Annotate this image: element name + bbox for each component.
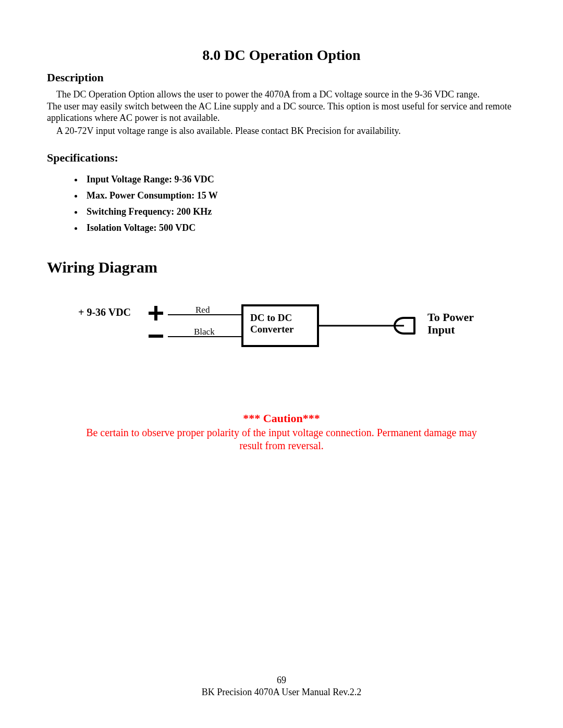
- spec-item: Input Voltage Range: 9-36 VDC: [83, 174, 516, 185]
- specifications-heading: Specifications:: [47, 151, 516, 165]
- description-para1: The DC Operation Option allows the user …: [47, 89, 516, 101]
- page-footer: 69 BK Precision 4070A User Manual Rev.2.…: [0, 674, 563, 698]
- wiring-diagram: + 9-36 VDC Red Black DC to DC Converter: [47, 292, 516, 370]
- page-title: 8.0 DC Operation Option: [47, 47, 516, 64]
- spec-item: Max. Power Consumption: 15 W: [83, 190, 516, 201]
- caution-title: *** Caution***: [47, 412, 516, 425]
- svg-rect-2: [149, 335, 163, 338]
- caution-body: Be certain to observe proper polarity of…: [78, 426, 485, 452]
- output-label-line2: Input: [427, 323, 455, 336]
- spec-item: Switching Frequency: 200 KHz: [83, 206, 516, 217]
- plus-icon: [149, 306, 163, 320]
- output-label-line1: To Power: [427, 311, 474, 324]
- doc-id: BK Precision 4070A User Manual Rev.2.2: [0, 686, 563, 698]
- page-number: 69: [0, 674, 563, 686]
- black-wire-label: Black: [194, 327, 215, 337]
- caution-block: *** Caution*** Be certain to observe pro…: [47, 412, 516, 452]
- description-body: The DC Operation Option allows the user …: [47, 89, 516, 137]
- red-wire-label: Red: [195, 305, 210, 315]
- input-voltage-label: + 9-36 VDC: [78, 306, 131, 318]
- wiring-diagram-svg: + 9-36 VDC Red Black DC to DC Converter: [47, 292, 506, 370]
- spec-item: Isolation Voltage: 500 VDC: [83, 223, 516, 233]
- description-para2: The user may easily switch between the A…: [47, 101, 516, 124]
- document-page: 8.0 DC Operation Option Description The …: [0, 0, 563, 728]
- minus-icon: [149, 335, 163, 338]
- description-heading: Description: [47, 71, 516, 84]
- description-para3: A 20-72V input voltage range is also ava…: [47, 125, 516, 137]
- wiring-diagram-heading: Wiring Diagram: [47, 258, 516, 276]
- converter-label-line1: DC to DC: [250, 312, 292, 323]
- specifications-list: Input Voltage Range: 9-36 VDC Max. Power…: [83, 174, 516, 233]
- svg-rect-1: [154, 306, 157, 320]
- converter-label-line2: Converter: [250, 324, 294, 335]
